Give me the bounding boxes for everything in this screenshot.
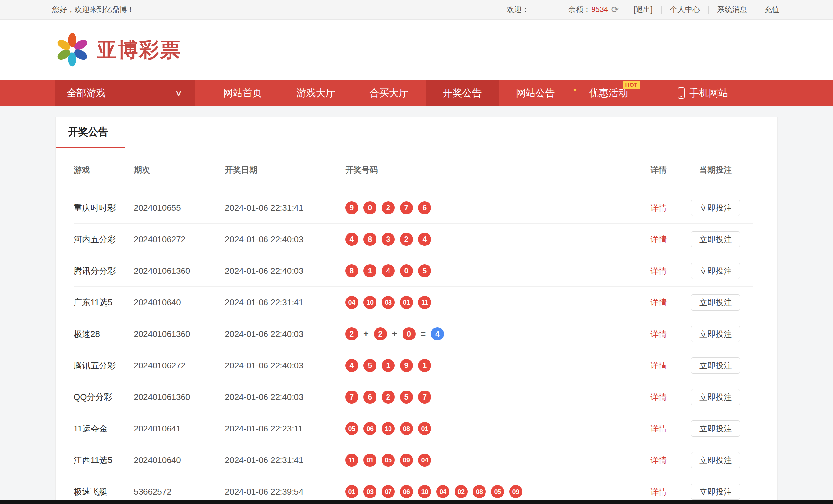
detail-link[interactable]: 详情 (650, 266, 667, 275)
draw-date: 2024-01-06 22:40:03 (225, 361, 345, 371)
results-table: 游戏 期次 开奖日期 开奖号码 详情 当期投注 重庆时时彩20240106552… (56, 148, 777, 504)
table-row: 腾讯分分彩2024010613602024-01-06 22:40:038140… (74, 255, 753, 286)
draw-date: 2024-01-06 22:31:41 (225, 203, 345, 213)
lottery-ball: 05 (382, 454, 395, 467)
lottery-ball: 01 (418, 422, 431, 435)
nav-items: 网站首页 游戏大厅 合买大厅 开奖公告 网站公告 优惠活动 HOT (206, 80, 645, 106)
lottery-ball: 3 (382, 233, 395, 246)
recharge-link[interactable]: 充值 (764, 4, 779, 15)
header-game: 游戏 (74, 165, 134, 175)
detail-cell: 详情 (639, 360, 678, 371)
bet-now-button[interactable]: 立即投注 (691, 389, 740, 405)
detail-link[interactable]: 详情 (650, 456, 667, 465)
draw-numbers: 0410030111 (345, 296, 639, 309)
refresh-balance-icon[interactable]: ⟳ (612, 4, 619, 15)
nav-item-group-buy-hall[interactable]: 合买大厅 (352, 80, 426, 106)
tab-draw-announcements[interactable]: 开奖公告 (56, 117, 125, 148)
draw-date: 2024-01-06 22:39:54 (225, 487, 345, 497)
lottery-ball: 4 (418, 233, 431, 246)
phone-home-dot (681, 96, 682, 97)
bet-now-button[interactable]: 立即投注 (691, 357, 740, 374)
draw-date: 2024-01-06 22:40:03 (225, 329, 345, 339)
lottery-ball: 10 (363, 296, 377, 309)
detail-cell: 详情 (639, 266, 678, 276)
lottery-ball: 2 (382, 390, 395, 404)
draw-date: 2024-01-06 22:31:41 (225, 455, 345, 465)
bet-cell: 立即投注 (678, 326, 753, 342)
bet-now-button[interactable]: 立即投注 (691, 326, 740, 342)
bet-now-button[interactable]: 立即投注 (691, 452, 740, 468)
account-links: 欢迎： 余额： 9534 ⟳ [退出] 个人中心 系统消息 充值 (507, 4, 779, 15)
detail-link[interactable]: 详情 (650, 298, 667, 307)
hot-badge-tail (573, 90, 577, 91)
smartphone-icon (678, 87, 685, 99)
detail-link[interactable]: 详情 (650, 329, 667, 338)
lottery-ball: 2 (374, 327, 387, 341)
issue-number: 202401061360 (134, 392, 225, 402)
table-row: 江西11选520240106402024-01-06 22:31:4111010… (74, 444, 753, 476)
detail-cell: 详情 (639, 392, 678, 403)
bet-now-button[interactable]: 立即投注 (691, 263, 740, 279)
system-messages-link[interactable]: 系统消息 (717, 4, 747, 15)
nav-item-label: 优惠活动 (589, 86, 628, 100)
nav-item-site-announcements[interactable]: 网站公告 (499, 80, 572, 106)
table-row: 腾讯五分彩202401062722024-01-06 22:40:0345191… (74, 350, 753, 381)
lottery-ball: 11 (345, 454, 358, 467)
lottery-ball: 06 (400, 485, 413, 498)
logout-link[interactable]: [退出] (634, 4, 653, 15)
nav-item-game-hall[interactable]: 游戏大厅 (279, 80, 352, 106)
game-name: 极速飞艇 (74, 486, 134, 498)
table-row: 河内五分彩202401062722024-01-06 22:40:0348324… (74, 223, 753, 255)
draw-numbers: 0506100801 (345, 422, 639, 435)
detail-link[interactable]: 详情 (650, 393, 667, 402)
lottery-ball: 5 (363, 359, 377, 372)
issue-number: 202401061360 (134, 329, 225, 339)
lottery-ball: 10 (382, 422, 395, 435)
bet-now-button[interactable]: 立即投注 (691, 200, 740, 216)
issue-number: 2024010641 (134, 424, 225, 434)
issue-number: 202401061360 (134, 266, 225, 276)
detail-link[interactable]: 详情 (650, 203, 667, 212)
nav-item-label: 开奖公告 (443, 86, 482, 100)
nav-item-mobile-site[interactable]: 手机网站 (678, 80, 728, 106)
user-center-link[interactable]: 个人中心 (670, 4, 700, 15)
table-row: 极速282024010613602024-01-06 22:40:032+2+0… (74, 318, 753, 350)
game-name: 11运夺金 (74, 423, 134, 434)
bet-cell: 立即投注 (678, 421, 753, 437)
detail-link[interactable]: 详情 (650, 424, 667, 433)
game-name: 江西11选5 (74, 455, 134, 466)
lottery-ball: 01 (400, 296, 413, 309)
lottery-ball: 03 (382, 296, 395, 309)
detail-link[interactable]: 详情 (650, 235, 667, 244)
bet-now-button[interactable]: 立即投注 (691, 294, 740, 310)
table-row: QQ分分彩2024010613602024-01-06 22:40:037625… (74, 381, 753, 413)
all-games-dropdown[interactable]: 全部游戏 ∨ (55, 80, 195, 106)
table-row: 极速飞艇536625722024-01-06 22:39:54010307061… (74, 476, 753, 504)
table-header-row: 游戏 期次 开奖日期 开奖号码 详情 当期投注 (74, 148, 753, 192)
pinwheel-logo-icon (53, 30, 91, 69)
nav-item-home[interactable]: 网站首页 (206, 80, 279, 106)
brand-name[interactable]: 亚博彩票 (97, 36, 181, 64)
lottery-ball: 2 (382, 201, 395, 214)
table-row: 11运夺金20240106412024-01-06 22:23:11050610… (74, 413, 753, 444)
lottery-ball: 06 (363, 422, 377, 435)
lottery-ball-sum: 4 (431, 327, 444, 341)
hot-badge: HOT (623, 81, 640, 89)
lottery-ball: 6 (363, 390, 377, 404)
bet-now-button[interactable]: 立即投注 (691, 483, 740, 500)
draw-numbers: 81405 (345, 264, 639, 277)
issue-number: 20240106272 (134, 361, 225, 371)
bet-now-button[interactable]: 立即投注 (691, 421, 740, 437)
bet-now-button[interactable]: 立即投注 (691, 231, 740, 248)
lottery-ball: 02 (455, 485, 468, 498)
nav-item-promotions[interactable]: 优惠活动 HOT (572, 80, 645, 106)
lottery-ball: 6 (418, 201, 431, 214)
lottery-ball: 0 (363, 201, 377, 214)
detail-link[interactable]: 详情 (650, 487, 667, 496)
detail-link[interactable]: 详情 (650, 361, 667, 370)
divider (756, 6, 756, 14)
lottery-ball: 04 (418, 454, 431, 467)
detail-cell: 详情 (639, 297, 678, 308)
game-name: QQ分分彩 (74, 392, 134, 403)
nav-item-draw-announcements[interactable]: 开奖公告 (426, 80, 499, 106)
